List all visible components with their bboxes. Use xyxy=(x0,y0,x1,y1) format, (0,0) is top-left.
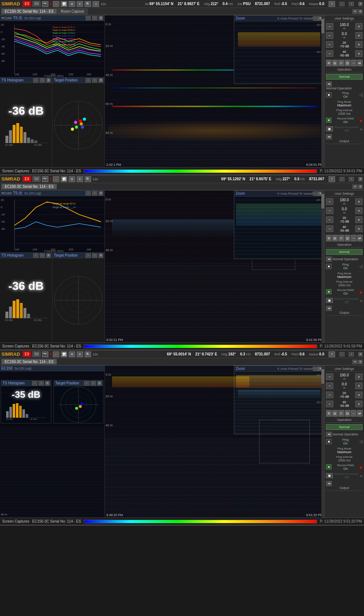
help-icon-2[interactable]: ? xyxy=(329,176,335,182)
plus-btn-2[interactable]: + xyxy=(349,177,354,181)
hist-min[interactable]: − xyxy=(33,78,38,83)
arrow-icon[interactable]: ← xyxy=(53,1,59,7)
close-tab-3[interactable]: ✕ xyxy=(358,360,363,364)
gain2-plus-1[interactable]: + xyxy=(355,50,363,57)
zoom-min-2[interactable]: − xyxy=(313,191,318,196)
ts-expand[interactable]: □ xyxy=(92,16,97,20)
ping-btn-1[interactable]: ■ xyxy=(326,92,331,97)
camera-icon-3[interactable]: 📷 xyxy=(42,351,48,357)
op-collapse-3[interactable]: ≪ xyxy=(326,432,332,437)
pos-exp-3[interactable]: □ xyxy=(91,381,96,385)
swap-icon-1[interactable]: ⇄ xyxy=(357,60,363,66)
record-raw-btn-2[interactable]: ■ xyxy=(326,289,331,294)
swap-icon-3[interactable]: ⇄ xyxy=(357,410,363,417)
ts-title[interactable]: TS (f) xyxy=(13,16,22,20)
hist-title-3[interactable]: TS Histogram xyxy=(3,381,25,385)
cursor-icon[interactable]: ✛ xyxy=(77,1,83,7)
badge-s9-3[interactable]: S9 xyxy=(33,351,40,357)
screen-cap-label-3[interactable]: Screen Captures xyxy=(2,519,29,523)
offset-minus-2[interactable]: − xyxy=(326,207,333,214)
output-collapse-2[interactable]: ≪ xyxy=(326,306,332,311)
hist-exp-2[interactable]: □ xyxy=(40,253,45,258)
pos-min-3[interactable]: − xyxy=(84,381,89,385)
grid-icon-2[interactable]: ▤ xyxy=(332,235,338,241)
output-collapse-3[interactable]: ≪ xyxy=(326,481,332,486)
close-panel-2[interactable]: ✕ xyxy=(358,177,363,181)
settings-icon-2[interactable]: ⚙ xyxy=(69,176,75,182)
swap-icon-2[interactable]: ⇄ xyxy=(357,235,363,241)
op-collapse-1[interactable]: ≪ xyxy=(326,81,332,87)
pos-close-2[interactable]: ✕ xyxy=(99,253,103,258)
pos-exp-2[interactable]: □ xyxy=(92,253,97,258)
pos-close[interactable]: ✕ xyxy=(99,78,103,83)
close-panel-1[interactable]: ✕ xyxy=(358,2,363,6)
gain2-plus-3[interactable]: + xyxy=(355,401,363,407)
hist-min-3[interactable]: − xyxy=(32,381,37,385)
offset-plus-2[interactable]: + xyxy=(355,207,363,214)
offset-minus-3[interactable]: − xyxy=(326,383,333,389)
help-icon[interactable]: ? xyxy=(329,1,335,7)
camera-icon[interactable]: 📷 xyxy=(42,1,48,7)
ping-btn-2[interactable]: ■ xyxy=(326,264,331,269)
view-icon-1[interactable]: ⊞ xyxy=(326,60,331,66)
cursor-icon-2[interactable]: ✛ xyxy=(77,176,83,182)
tab-ec150-1[interactable]: EC150-3C Serial No: 114 - ES xyxy=(1,9,57,14)
list-icon[interactable]: ≡ xyxy=(93,1,99,7)
hist-title-1[interactable]: TS Histogram xyxy=(1,78,23,82)
vscroll-3[interactable] xyxy=(321,366,324,518)
record-raw-btn-1[interactable]: ■ xyxy=(326,118,331,123)
collapse-3[interactable]: ≪ xyxy=(352,360,357,364)
gain2-minus-3[interactable]: − xyxy=(326,401,333,407)
settings-icon[interactable]: ⚙ xyxy=(69,1,75,7)
range-minus-3[interactable]: − xyxy=(326,374,333,380)
pos-exp[interactable]: □ xyxy=(92,78,97,83)
record-proc-btn-3[interactable]: ▣ xyxy=(326,473,333,478)
offset-minus-1[interactable]: − xyxy=(326,32,333,39)
op-normal-3[interactable]: Normal xyxy=(326,424,363,430)
offset-plus-3[interactable]: + xyxy=(355,383,363,389)
ts-title-3[interactable]: EC150 xyxy=(1,366,13,370)
help-icon-3[interactable]: ? xyxy=(329,351,335,357)
zoom-min[interactable]: − xyxy=(313,16,318,21)
collapse-1[interactable]: ≪ xyxy=(352,9,357,14)
arrows-icon-2[interactable]: ↔ xyxy=(351,235,356,241)
pos-title-1[interactable]: Target Position xyxy=(54,78,78,82)
gain1-plus-2[interactable]: + xyxy=(355,216,363,223)
hist-exp[interactable]: □ xyxy=(40,78,45,83)
badge-e9-3[interactable]: E9 xyxy=(23,351,31,357)
pos-title-2[interactable]: Target Position xyxy=(54,253,78,257)
vscroll-1[interactable] xyxy=(321,15,324,167)
zoom-icon-3[interactable]: 🔍 xyxy=(85,351,91,357)
badge-e9-2[interactable]: E9 xyxy=(23,176,31,182)
chart-icon-2[interactable]: 📊 xyxy=(61,176,67,182)
record-proc-btn-1[interactable]: ▣ xyxy=(326,126,333,131)
ts-close[interactable]: ✕ xyxy=(99,16,103,20)
hist-min-2[interactable]: − xyxy=(33,253,38,258)
chart-icon[interactable]: 📊 xyxy=(61,1,67,7)
minus-btn-2[interactable]: − xyxy=(339,177,344,181)
op-normal-1[interactable]: Normal xyxy=(326,74,363,80)
op-normal-2[interactable]: Normal xyxy=(326,249,363,255)
ts-title-2[interactable]: TS (f) xyxy=(13,191,22,195)
tab-room-cap[interactable]: Room Capture xyxy=(57,9,87,14)
hist-exp-3[interactable]: □ xyxy=(39,381,44,385)
screen-cap-label-2[interactable]: Screen Captures xyxy=(2,344,29,348)
pos-close-3[interactable]: ✕ xyxy=(97,381,102,385)
ping-audio-icon[interactable]: ◁ xyxy=(359,92,363,97)
gain2-plus-2[interactable]: + xyxy=(355,225,363,232)
ping-audio-icon-2[interactable]: ◁ xyxy=(359,264,363,269)
pos-min-2[interactable]: − xyxy=(86,253,91,258)
ts-expand-2[interactable]: □ xyxy=(92,191,97,195)
record-proc-btn-2[interactable]: ▣ xyxy=(326,298,333,303)
chart2-icon-3[interactable]: ⊡ xyxy=(338,410,344,417)
gain1-plus-3[interactable]: + xyxy=(355,392,363,398)
table-icon-2[interactable]: ▥ xyxy=(345,235,350,241)
pos-min[interactable]: − xyxy=(86,78,91,83)
close-tab-1[interactable]: ✕ xyxy=(358,9,363,14)
ts-minimize[interactable]: − xyxy=(86,16,91,20)
ts-minimize-2[interactable]: − xyxy=(86,191,91,195)
ping-audio-icon-3[interactable]: ◁ xyxy=(359,439,363,444)
screen-cap-device-2[interactable]: EC150-3C Serial No: 114 - ES xyxy=(32,344,81,348)
camera-icon-2[interactable]: 📷 xyxy=(42,176,48,182)
plus-btn[interactable]: + xyxy=(349,2,354,6)
